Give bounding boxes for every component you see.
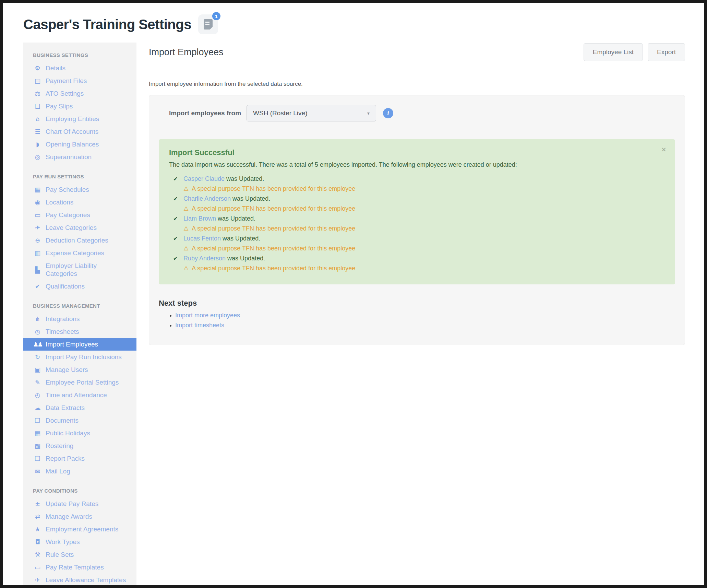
info-icon[interactable]: i: [383, 108, 393, 118]
sidebar-item-manage-users[interactable]: ▣ Manage Users: [23, 363, 136, 376]
sidebar-item-label: Employing Entities: [46, 115, 99, 123]
employee-status-text: was Updated.: [226, 175, 264, 182]
sidebar-item-leave-categories[interactable]: ✈ Leave Categories: [23, 221, 136, 234]
data-source-select[interactable]: WSH (Roster Live) ▾: [247, 105, 376, 121]
page-section-heading: Import Employees: [149, 47, 224, 58]
sidebar-item-manage-awards[interactable]: ⇄ Manage Awards: [23, 510, 136, 523]
import-card: Import employees from WSH (Roster Live) …: [149, 95, 685, 345]
sidebar-item-label: Import Employees: [46, 340, 98, 348]
sidebar-item-details[interactable]: ⚙ Details: [23, 62, 136, 74]
next-steps-list: Import more employees Import timesheets: [159, 312, 675, 329]
sidebar-item-documents[interactable]: ❐ Documents: [23, 414, 136, 427]
sidebar-item-chart-of-accounts[interactable]: ☰ Chart Of Accounts: [23, 125, 136, 138]
clock-icon: ◷: [33, 328, 41, 336]
imported-employee-row: ✔ Casper Claude was Updated. ⚠ A special…: [173, 174, 665, 194]
sidebar-item-locations[interactable]: ◉ Locations: [23, 196, 136, 209]
list-item: Import more employees: [175, 312, 675, 319]
sidebar-item-superannuation[interactable]: ◎ Superannuation: [23, 151, 136, 163]
next-step-link[interactable]: Import more employees: [175, 312, 240, 319]
chevron-down-icon: ▾: [367, 110, 370, 116]
employee-name-link[interactable]: Liam Brown: [183, 215, 216, 222]
sidebar-item-import-pay-run-inclusions[interactable]: ↻ Import Pay Run Inclusions: [23, 351, 136, 363]
check-icon: ✔: [173, 214, 179, 224]
sidebar-item-label: Qualifications: [46, 282, 85, 290]
sidebar-item-mail-log[interactable]: ✉ Mail Log: [23, 465, 136, 478]
sidebar-item-employee-portal-settings[interactable]: ✎ Employee Portal Settings: [23, 376, 136, 389]
sidebar-item-work-types[interactable]: ◘ Work Types: [23, 536, 136, 548]
sidebar-item-label: Pay Rate Templates: [46, 563, 104, 571]
sidebar-item-label: Import Pay Run Inclusions: [46, 353, 122, 361]
sidebar-item-pay-schedules[interactable]: ▦ Pay Schedules: [23, 183, 136, 196]
sidebar-item-integrations[interactable]: ⋔ Integrations: [23, 313, 136, 325]
sidebar-item-data-extracts[interactable]: ☁ Data Extracts: [23, 401, 136, 414]
employee-name-link[interactable]: Lucas Fenton: [183, 235, 221, 242]
page-title: Casper's Training Settings: [23, 17, 191, 32]
sidebar-item-qualifications[interactable]: ✔ Qualifications: [23, 280, 136, 293]
sidebar-item-label: ATO Settings: [46, 90, 84, 97]
sidebar-item-label: Pay Slips: [46, 102, 73, 110]
calendar-icon: ▦: [33, 429, 41, 437]
export-button[interactable]: Export: [648, 43, 685, 61]
sidebar-section-label: PAY CONDITIONS: [23, 486, 136, 496]
sidebar-section: BUSINESS SETTINGS ⚙ Details ▤ Payment Fi…: [23, 50, 136, 163]
sidebar-item-payment-files[interactable]: ▤ Payment Files: [23, 74, 136, 87]
main-content: Import Employees Employee List Export Im…: [149, 43, 685, 345]
banknote-icon: ▭: [33, 563, 41, 571]
sidebar-item-label: Deduction Categories: [46, 236, 108, 244]
imported-employee-row: ✔ Liam Brown was Updated. ⚠ A special pu…: [173, 214, 665, 234]
sidebar-item-import-employees[interactable]: ♟♟ Import Employees: [23, 338, 136, 351]
life-ring-icon: ◎: [33, 153, 41, 161]
page-description: Import employee information from the sel…: [149, 81, 685, 87]
sidebar-item-public-holidays[interactable]: ▦ Public Holidays: [23, 427, 136, 439]
bar-chart-icon: ▙: [33, 266, 41, 274]
check-icon: ✔: [173, 194, 179, 204]
sidebar-item-pay-categories[interactable]: ▭ Pay Categories: [23, 209, 136, 221]
next-step-link[interactable]: Import timesheets: [175, 322, 224, 329]
notes-icon-button[interactable]: 1: [198, 14, 218, 34]
settings-sidebar: BUSINESS SETTINGS ⚙ Details ▤ Payment Fi…: [23, 43, 136, 588]
archive-box-icon: ▥: [33, 249, 41, 257]
sidebar-item-time-and-attendance[interactable]: ◴ Time and Attendance: [23, 389, 136, 401]
sidebar-item-employing-entities[interactable]: ⌂ Employing Entities: [23, 113, 136, 125]
sidebar-item-rostering[interactable]: ▩ Rostering: [23, 439, 136, 452]
employee-warning-text: A special purpose TFN has been provided …: [192, 204, 355, 214]
sidebar-item-label: Leave Categories: [46, 224, 97, 232]
sidebar-item-rule-sets[interactable]: ⚒ Rule Sets: [23, 548, 136, 561]
warning-triangle-icon: ⚠: [183, 263, 189, 273]
leaf-icon: ◗: [33, 140, 41, 148]
sidebar-item-leave-allowance-templates[interactable]: ✈ Leave Allowance Templates: [23, 574, 136, 586]
sidebar-item-opening-balances[interactable]: ◗ Opening Balances: [23, 138, 136, 151]
sidebar-item-update-pay-rates[interactable]: ± Update Pay Rates: [23, 497, 136, 510]
sidebar-item-employer-liability-categories[interactable]: ▙ Employer Liability Categories: [23, 259, 136, 280]
sidebar-item-pay-slips[interactable]: ❏ Pay Slips: [23, 100, 136, 113]
check-icon: ✔: [33, 282, 41, 290]
sidebar-item-label: Employer Liability Categories: [46, 262, 127, 278]
alert-title: Import Successful: [169, 148, 665, 157]
sidebar-item-label: Chart Of Accounts: [46, 128, 98, 136]
close-icon[interactable]: ×: [661, 145, 666, 154]
sidebar-item-label: Integrations: [46, 315, 80, 323]
envelope-icon: ✉: [33, 467, 41, 475]
employee-name-link[interactable]: Casper Claude: [183, 175, 225, 182]
employee-list-button[interactable]: Employee List: [584, 43, 643, 61]
employee-name-link[interactable]: Charlie Anderson: [183, 195, 231, 202]
exchange-arrows-icon: ⇄: [33, 513, 41, 520]
sidebar-item-label: Leave Allowance Templates: [46, 576, 126, 584]
employee-name-link[interactable]: Ruby Anderson: [183, 255, 226, 262]
sidebar-item-expense-categories[interactable]: ▥ Expense Categories: [23, 247, 136, 259]
sidebar-item-deduction-categories[interactable]: ⊖ Deduction Categories: [23, 234, 136, 247]
sidebar-item-label: Payment Files: [46, 77, 87, 85]
employee-status-text: was Updated.: [218, 215, 255, 222]
sidebar-item-pay-rate-templates[interactable]: ▭ Pay Rate Templates: [23, 561, 136, 574]
app-window: Casper's Training Settings 1 BUSINESS SE…: [0, 0, 707, 588]
briefcase-icon: ◘: [33, 538, 41, 546]
document-icon: [204, 19, 213, 30]
sidebar-section-items: ⋔ Integrations ◷ Timesheets ♟♟ Import Em…: [23, 313, 136, 478]
sidebar-item-timesheets[interactable]: ◷ Timesheets: [23, 325, 136, 338]
sidebar-item-report-packs[interactable]: ❒ Report Packs: [23, 452, 136, 465]
sidebar-item-employment-agreements[interactable]: ★ Employment Agreements: [23, 523, 136, 536]
sidebar-item-ato-settings[interactable]: ⚖ ATO Settings: [23, 87, 136, 100]
sidebar-item-label: Employment Agreements: [46, 525, 118, 533]
employee-warning-text: A special purpose TFN has been provided …: [192, 184, 355, 194]
page-title-row: Casper's Training Settings 1: [23, 14, 685, 34]
